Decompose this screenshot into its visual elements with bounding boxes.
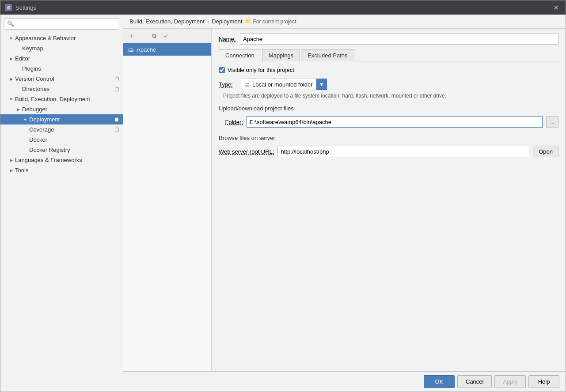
folder-input[interactable] (247, 116, 543, 128)
open-button[interactable]: Open (533, 146, 558, 157)
expand-arrow-appearance: ▼ (8, 36, 14, 41)
expand-arrow-debugger: ▶ (15, 107, 21, 112)
dir-badge: 📋 (114, 87, 119, 91)
title-bar: ⚙ Settings ✕ (0, 0, 566, 15)
right-panel: Build, Execution, Deployment › Deploymen… (123, 15, 566, 392)
expand-arrow-deployment: ▼ (23, 117, 28, 122)
server-list-panel: + − ⧉ ✓ 🗂 (123, 29, 212, 371)
vc-badge: 📋 (114, 76, 119, 81)
server-list: 🗂 Apache (123, 43, 211, 371)
check-server-button[interactable]: ✓ (160, 30, 171, 41)
checkbox-row: Visible only for this project (219, 67, 558, 73)
ok-button[interactable]: OK (424, 375, 455, 388)
tabs-bar: Connection Mappings Excluded Paths (219, 49, 558, 61)
help-button[interactable]: Help (528, 375, 559, 388)
visible-checkbox[interactable] (219, 67, 225, 73)
copy-server-button[interactable]: ⧉ (149, 30, 160, 41)
no-arrow (15, 66, 21, 72)
folder-label: Folder: (219, 119, 243, 125)
server-list-toolbar: + − ⧉ ✓ (123, 29, 211, 43)
sidebar-item-debugger[interactable]: ▶ Debugger (0, 104, 123, 114)
breadcrumb-bar: Build, Execution, Deployment › Deploymen… (123, 15, 566, 29)
main-content: 🔍 ▼ Appearance & Behavior Keymap ▶ Edito… (0, 15, 566, 392)
apply-button[interactable]: Apply (494, 375, 526, 388)
folder-row: Folder: ... (219, 116, 558, 128)
sidebar-item-docker-registry[interactable]: Docker Registry (0, 145, 123, 155)
no-arrow-docker (23, 137, 28, 143)
sidebar-item-editor[interactable]: ▶ Editor (0, 53, 123, 64)
sidebar-item-docker[interactable]: Docker (0, 135, 123, 145)
search-icon: 🔍 (7, 20, 14, 27)
config-panel: Name: Connection Mappings Excluded Paths… (212, 29, 566, 371)
expand-arrow-editor: ▶ (8, 56, 14, 61)
sidebar-item-directories[interactable]: Directories 📋 (0, 84, 123, 94)
type-description: Project files are deployed to a file sys… (223, 93, 558, 99)
breadcrumb-separator: › (207, 18, 209, 25)
expand-arrow-vc: ▶ (8, 76, 14, 82)
type-row: Type: 🗂 Local or mounted folder ▼ (219, 79, 558, 90)
search-box: 🔍 (4, 18, 119, 30)
close-button[interactable]: ✕ (551, 2, 561, 13)
title-bar-left: ⚙ Settings (5, 4, 36, 11)
coverage-badge: 📋 (114, 127, 119, 132)
breadcrumb-current: Deployment (212, 18, 242, 25)
app-icon: ⚙ (5, 4, 12, 11)
expand-arrow-languages: ▶ (8, 158, 14, 163)
server-item-apache[interactable]: 🗂 Apache (123, 43, 211, 56)
browse-section: Browse files on server (219, 135, 558, 141)
name-label: Name: (219, 36, 236, 42)
tab-excluded-paths[interactable]: Excluded Paths (301, 49, 354, 61)
name-input[interactable] (240, 33, 558, 45)
sidebar-item-version-control[interactable]: ▶ Version Control 📋 (0, 74, 123, 84)
sidebar: 🔍 ▼ Appearance & Behavior Keymap ▶ Edito… (0, 15, 123, 392)
server-folder-icon: 🗂 (128, 46, 134, 53)
deployment-badge: 📋 (114, 117, 119, 122)
browse-button[interactable]: ... (546, 116, 558, 128)
tab-connection[interactable]: Connection (219, 49, 261, 61)
type-folder-icon: 🗂 (244, 81, 250, 88)
window-title: Settings (15, 4, 36, 11)
sidebar-item-appearance[interactable]: ▼ Appearance & Behavior (0, 33, 123, 43)
expand-arrow-keymap (15, 46, 21, 51)
visible-checkbox-label: Visible only for this project (228, 67, 294, 73)
no-arrow-dr (23, 147, 28, 153)
tab-mappings[interactable]: Mappings (262, 49, 300, 61)
sidebar-item-build[interactable]: ▼ Build, Execution, Deployment (0, 94, 123, 104)
expand-arrow-tools: ▶ (8, 168, 14, 173)
sidebar-item-tools[interactable]: ▶ Tools (0, 165, 123, 175)
sidebar-item-coverage[interactable]: Coverage 📋 (0, 124, 123, 135)
check-icon: ✓ (163, 33, 168, 39)
bottom-bar: OK Cancel Apply Help (123, 371, 566, 392)
sidebar-item-languages[interactable]: ▶ Languages & Frameworks (0, 155, 123, 165)
remove-server-button[interactable]: − (137, 30, 148, 41)
upload-section-title: Upload/download project files (219, 105, 558, 112)
no-arrow-dir (15, 87, 21, 92)
server-item-label: Apache (137, 46, 156, 53)
browse-section-title: Browse files on server (219, 135, 558, 141)
type-value: Local or mounted folder (252, 81, 313, 88)
breadcrumb-path: Build, Execution, Deployment (129, 18, 205, 25)
sidebar-item-deployment[interactable]: ▼ Deployment 📋 (0, 114, 123, 124)
type-label: Type: (219, 81, 236, 88)
settings-window: ⚙ Settings ✕ 🔍 ▼ Appearance & Behavior K… (0, 0, 566, 392)
project-label: For current project (253, 19, 296, 25)
url-input[interactable] (277, 146, 529, 157)
url-label: Web server root URL: (219, 148, 274, 155)
project-icon: 📁 (245, 19, 251, 24)
type-select-wrapper: 🗂 Local or mounted folder ▼ (240, 79, 327, 90)
type-dropdown-button[interactable]: ▼ (316, 79, 327, 90)
cancel-button[interactable]: Cancel (457, 375, 492, 388)
no-arrow-cov (23, 127, 28, 132)
type-select-button[interactable]: 🗂 Local or mounted folder (240, 79, 316, 90)
sidebar-item-plugins[interactable]: Plugins (0, 64, 123, 74)
expand-arrow-build: ▼ (8, 97, 14, 102)
content-area: + − ⧉ ✓ 🗂 (123, 29, 566, 371)
breadcrumb-project: 📁 For current project (245, 19, 296, 25)
search-input[interactable] (4, 18, 119, 30)
url-row: Web server root URL: Open (219, 146, 558, 157)
sidebar-item-keymap[interactable]: Keymap (0, 43, 123, 53)
add-server-button[interactable]: + (126, 30, 137, 41)
name-row: Name: (219, 33, 558, 45)
